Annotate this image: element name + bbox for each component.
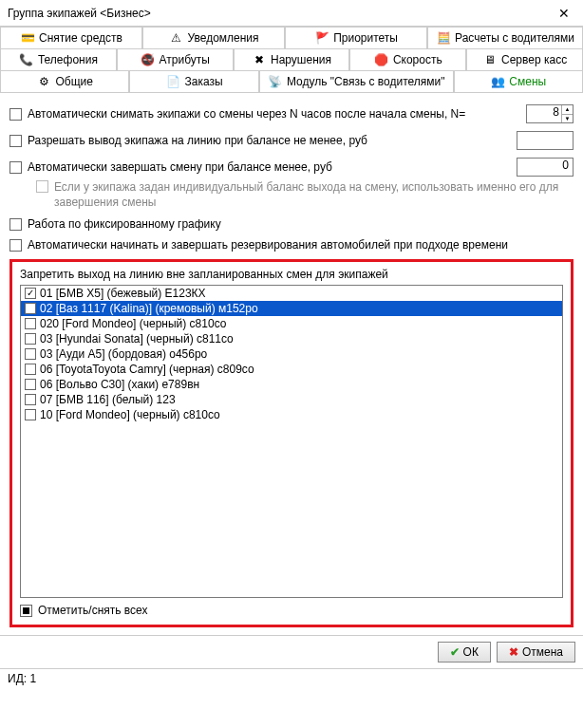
crews-listbox[interactable]: 01 [БМВ X5] (бежевый) Е123КХ02 [Ваз 1117… [20,285,563,598]
list-item[interactable]: 03 [Hyundai Sonata] (черный) с811со [21,331,562,346]
tab-общие[interactable]: ⚙Общие [0,70,129,92]
allow-line-label: Разрешать вывод экипажа на линию при бал… [28,134,367,147]
ok-button[interactable]: ✔ ОК [438,642,491,663]
tab-icon: 🛑 [374,52,389,67]
list-item-checkbox[interactable] [25,303,36,314]
tab-label: Уведомления [188,31,259,45]
list-item-label: 07 [БМВ 116] (белый) 123 [40,393,176,406]
auto-reserve-label: Автоматически начинать и завершать резер… [28,238,508,252]
list-item-checkbox[interactable] [25,379,36,390]
list-item-checkbox[interactable] [25,394,36,405]
auto-remove-checkbox[interactable] [9,108,22,121]
tab-label: Заказы [185,75,223,88]
tab-скорость[interactable]: 🛑Скорость [349,48,466,70]
cancel-button[interactable]: ✖ Отмена [497,642,575,663]
list-item-label: 02 [Ваз 1117 (Kalina)] (кремовый) м152ро [40,302,258,315]
tab-label: Скорость [393,53,442,66]
window-title: Группа экипажей <Бизнес> [8,7,151,20]
tab-модуль-связь-с-водителями-[interactable]: 📡Модуль "Связь с водителями" [259,70,454,92]
list-item[interactable]: 03 [Ауди А5] (бордовая) о456ро [21,346,562,362]
auto-remove-hours-input[interactable]: 8 ▲▼ [526,104,574,123]
tab-label: Нарушения [271,53,331,66]
tab-label: Атрибуты [160,53,210,66]
tab-label: Смены [509,75,546,88]
close-button[interactable]: ✕ [545,0,583,27]
fixed-schedule-checkbox[interactable] [9,218,22,231]
tab-icon: 📄 [166,74,181,89]
allow-line-checkbox[interactable] [9,135,22,147]
tab-content: Автоматически снимать экипажи со смены ч… [0,93,583,635]
list-item-checkbox[interactable] [25,409,36,420]
tab-нарушения[interactable]: ✖Нарушения [234,48,350,70]
tab-label: Расчеты с водителями [455,31,574,45]
tab-icon: ✖ [252,52,267,67]
statusbar: ИД: 1 [0,668,583,688]
spinner-icon[interactable]: ▲▼ [561,105,573,122]
list-item-label: 06 [ToyotaToyota Camry] (черная) с809со [40,363,254,376]
tab-label: Общие [55,75,92,88]
tab-приоритеты[interactable]: 🚩Приоритеты [285,27,427,48]
tab-снятие-средств[interactable]: 💳Снятие средств [0,27,142,48]
tab-icon: 🚩 [314,30,329,46]
fixed-schedule-label: Работа по фиксированному графику [28,217,221,231]
tab-label: Приоритеты [333,31,398,45]
list-item[interactable]: 07 [БМВ 116] (белый) 123 [21,392,562,407]
list-item[interactable]: 02 [Ваз 1117 (Kalina)] (кремовый) м152ро [21,301,562,316]
tab-label: Телефония [38,53,98,66]
list-item-checkbox[interactable] [25,333,36,345]
list-item[interactable]: 020 [Ford Mondeo] (черный) с810со [21,316,562,331]
auto-close-value-input[interactable]: 0 [517,158,574,177]
auto-remove-label: Автоматически снимать экипажи со смены ч… [28,107,465,121]
individual-balance-checkbox[interactable] [36,180,48,193]
list-item-checkbox[interactable] [25,348,36,360]
group-title: Запретить выход на линию вне запланирова… [20,268,563,281]
tab-расчеты-с-водителями[interactable]: 🧮Расчеты с водителями [427,27,583,48]
list-item-label: 03 [Hyundai Sonata] (черный) с811со [40,332,234,345]
tab-icon: 📡 [268,74,283,89]
list-item-checkbox[interactable] [25,318,36,329]
tab-icon: 💳 [20,30,35,46]
status-text: ИД: 1 [8,672,36,685]
titlebar: Группа экипажей <Бизнес> ✕ [0,0,583,27]
list-item[interactable]: 10 [Ford Mondeo] (черный) с810со [21,407,562,422]
tab-label: Модуль "Связь с водителями" [287,75,445,88]
tab-icon: 📞 [19,52,34,67]
list-item-label: 020 [Ford Mondeo] (черный) с810со [40,317,226,330]
tab-icon: 🚭 [141,52,156,67]
tab-label: Снятие средств [39,31,122,45]
tab-icon: ⚠ [169,30,184,46]
crews-restriction-group: Запретить выход на линию вне запланирова… [9,259,574,627]
tabs: 💳Снятие средств⚠Уведомления🚩Приоритеты🧮Р… [0,27,583,93]
footer: ✔ ОК ✖ Отмена [0,635,583,668]
tab-сервер-касс[interactable]: 🖥Сервер касс [466,48,583,70]
allow-line-value-input[interactable] [517,131,574,150]
auto-reserve-checkbox[interactable] [9,239,22,252]
list-item-label: 10 [Ford Mondeo] (черный) с810со [40,408,220,421]
auto-close-checkbox[interactable] [9,161,22,174]
list-item-checkbox[interactable] [25,364,36,375]
tab-icon: 👥 [490,74,505,89]
tab-телефония[interactable]: 📞Телефония [0,48,117,70]
tab-icon: 🧮 [436,30,451,46]
individual-balance-label: Если у экипажа задан индивидуальный бала… [54,180,574,210]
list-item-checkbox[interactable] [25,288,36,299]
list-item[interactable]: 06 [ToyotaToyota Camry] (черная) с809со [21,362,562,377]
toggle-all-checkbox[interactable] [20,605,32,617]
cross-icon: ✖ [509,645,518,659]
tab-атрибуты[interactable]: 🚭Атрибуты [117,48,234,70]
tab-label: Сервер касс [501,53,567,66]
list-item-label: 06 [Вольво С30] (хаки) е789вн [40,378,199,391]
tab-уведомления[interactable]: ⚠Уведомления [142,27,285,48]
list-item[interactable]: 01 [БМВ X5] (бежевый) Е123КХ [21,286,562,301]
toggle-all-label: Отметить/снять всех [38,604,148,617]
list-item-label: 03 [Ауди А5] (бордовая) о456ро [40,347,207,361]
tab-смены[interactable]: 👥Смены [454,70,583,92]
auto-close-label: Автоматически завершать смену при баланс… [28,160,332,174]
tab-icon: 🖥 [482,52,498,67]
tab-icon: ⚙ [36,74,51,89]
list-item-label: 01 [БМВ X5] (бежевый) Е123КХ [40,287,206,300]
tab-заказы[interactable]: 📄Заказы [129,70,258,92]
check-icon: ✔ [450,645,460,659]
list-item[interactable]: 06 [Вольво С30] (хаки) е789вн [21,377,562,392]
